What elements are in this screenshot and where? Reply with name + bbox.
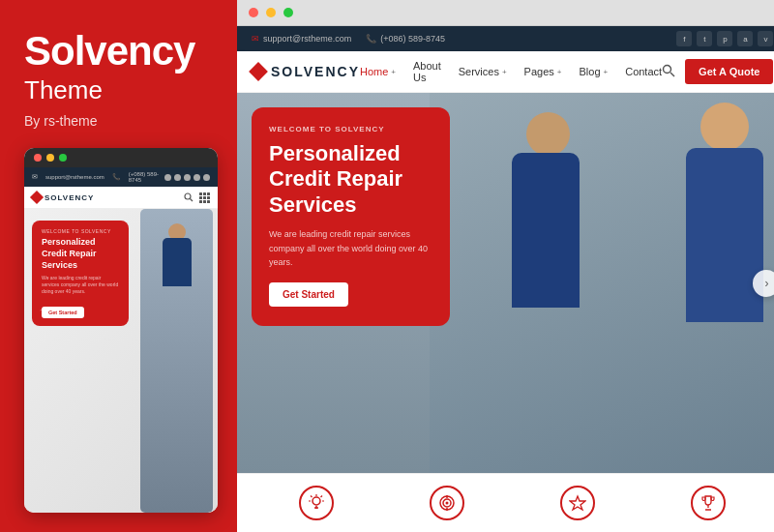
hero-description: We are leading credit repair services co… <box>269 227 432 269</box>
nav-home-arrow: + <box>391 68 396 76</box>
mini-email-text: support@rstheme.com <box>45 174 104 180</box>
strip-icon-target <box>430 486 464 520</box>
hero-content-card: WELCOME TO SOLVENCY Personalized Credit … <box>252 107 450 326</box>
nav-services-arrow: + <box>502 68 507 76</box>
mini-logo-diamond <box>30 191 44 204</box>
nav-item-about[interactable]: About Us <box>413 60 441 83</box>
svg-point-14 <box>446 502 449 505</box>
nav-about-label: About Us <box>413 60 441 83</box>
mini-hero-card: WELCOME TO SOLVENCY Personalized Credit … <box>32 221 129 326</box>
right-panel: ✉ support@rstheme.com 📞 (+086) 589-8745 … <box>237 0 774 532</box>
mini-logo-text: SOLVENCY <box>45 193 94 202</box>
svg-point-4 <box>313 497 320 505</box>
mini-topbar: ✉ support@rstheme.com 📞 (+088) 589-8745 <box>24 167 218 187</box>
strip-icon-4 <box>691 486 726 520</box>
strip-icon-3 <box>560 486 595 520</box>
site-topbar-left: ✉ support@rstheme.com 📞 (+086) 589-8745 <box>252 34 445 44</box>
svg-line-3 <box>670 73 674 76</box>
mini-phone-text: (+088) 589-8745 <box>129 171 164 183</box>
mini-phone-icon: 📞 <box>112 173 121 181</box>
site-logo-diamond <box>249 62 268 81</box>
browser-dot-green[interactable] <box>283 8 293 17</box>
mini-search-icon[interactable] <box>183 192 194 203</box>
nav-item-services[interactable]: Services + <box>459 66 507 77</box>
browser-dot-yellow[interactable] <box>266 8 276 17</box>
nav-pages-label: Pages <box>524 66 554 77</box>
left-panel: Solvency Theme By rs-theme ✉ support@rst… <box>0 0 237 532</box>
site-navbar: SOLVENCY Home + About Us Services + Page… <box>237 51 774 93</box>
site-phone: (+086) 589-8745 <box>380 34 445 44</box>
svg-marker-17 <box>570 496 585 510</box>
mini-browser-bar <box>24 148 218 167</box>
site-logo-text: SOLVENCY <box>271 64 360 79</box>
mini-dot-red <box>34 154 42 162</box>
mini-person-figure <box>140 209 213 513</box>
brand-subtitle: Theme <box>24 75 218 105</box>
svg-line-10 <box>321 496 323 498</box>
hero-bg-right <box>430 93 774 473</box>
mini-hero-welcome: WELCOME TO SOLVENCY <box>42 228 119 234</box>
website-preview: ✉ support@rstheme.com 📞 (+086) 589-8745 … <box>237 26 774 532</box>
nav-item-pages[interactable]: Pages + <box>524 66 562 77</box>
mini-nav-logo: SOLVENCY <box>32 192 94 202</box>
mini-hero-section: WELCOME TO SOLVENCY Personalized Credit … <box>24 209 218 513</box>
strip-icon-1 <box>299 486 334 520</box>
social-vimeo[interactable]: v <box>758 31 773 46</box>
strip-icon-bulb <box>299 486 334 520</box>
nav-contact-label: Contact <box>625 66 662 77</box>
site-email-item: ✉ support@rstheme.com <box>252 34 351 44</box>
mini-dot-green <box>59 154 67 162</box>
site-search-button[interactable] <box>662 64 675 80</box>
email-icon: ✉ <box>252 34 259 44</box>
mini-social-v <box>203 174 210 181</box>
mini-social-a <box>194 174 200 181</box>
strip-icon-trophy <box>691 486 726 520</box>
mini-nav: SOLVENCY <box>24 187 218 209</box>
mini-hero-desc: We are leading credit repair services co… <box>42 275 119 295</box>
nav-blog-label: Blog <box>579 66 600 77</box>
site-nav-menu: Home + About Us Services + Pages + Blog … <box>360 60 662 83</box>
brand-title: Solvency <box>24 29 218 74</box>
mini-nav-icons <box>183 192 210 203</box>
nav-item-blog[interactable]: Blog + <box>579 66 608 77</box>
mini-social-p <box>184 174 191 181</box>
phone-icon: 📞 <box>366 34 376 44</box>
person-left-figure <box>488 93 613 473</box>
mini-hero-wave: ~~~ <box>40 306 57 316</box>
mini-email-icon: ✉ <box>32 173 38 181</box>
site-nav-right: Get A Quote <box>662 59 773 84</box>
nav-pages-arrow: + <box>557 68 562 76</box>
nav-blog-arrow: + <box>604 68 609 76</box>
hero-title: Personalized Credit Repair Services <box>269 141 432 218</box>
mini-hero-title: Personalized Credit Repair Services <box>42 237 119 271</box>
hero-wave-decoration: ~~~ <box>269 291 305 309</box>
nav-services-label: Services <box>459 66 499 77</box>
svg-point-2 <box>664 65 671 73</box>
site-topbar: ✉ support@rstheme.com 📞 (+086) 589-8745 … <box>237 26 774 51</box>
strip-icon-star <box>560 486 595 520</box>
browser-chrome <box>237 0 774 26</box>
strip-icon-2 <box>430 486 464 520</box>
social-amazon[interactable]: a <box>737 31 753 46</box>
social-twitter[interactable]: t <box>697 31 712 46</box>
hero-welcome-text: WELCOME TO SOLVENCY <box>269 125 432 133</box>
slider-next-arrow[interactable]: › <box>753 270 774 297</box>
mini-social-t <box>174 174 181 181</box>
social-pinterest[interactable]: p <box>717 31 732 46</box>
mini-dot-yellow <box>46 154 54 162</box>
icons-strip <box>237 473 774 532</box>
nav-item-contact[interactable]: Contact <box>625 66 662 77</box>
site-email: support@rstheme.com <box>263 34 351 44</box>
mini-grid-icon[interactable] <box>199 192 210 203</box>
site-topbar-right: f t p a v <box>676 31 773 46</box>
nav-item-home[interactable]: Home + <box>360 66 396 77</box>
nav-home-label: Home <box>360 66 388 77</box>
svg-line-9 <box>311 496 313 498</box>
browser-dot-red[interactable] <box>249 8 258 17</box>
get-quote-button[interactable]: Get A Quote <box>685 59 773 84</box>
social-facebook[interactable]: f <box>676 31 692 46</box>
site-phone-item: 📞 (+086) 589-8745 <box>366 34 445 44</box>
site-hero-section: WELCOME TO SOLVENCY Personalized Credit … <box>237 93 774 473</box>
svg-line-1 <box>191 199 194 202</box>
svg-point-0 <box>185 193 191 199</box>
